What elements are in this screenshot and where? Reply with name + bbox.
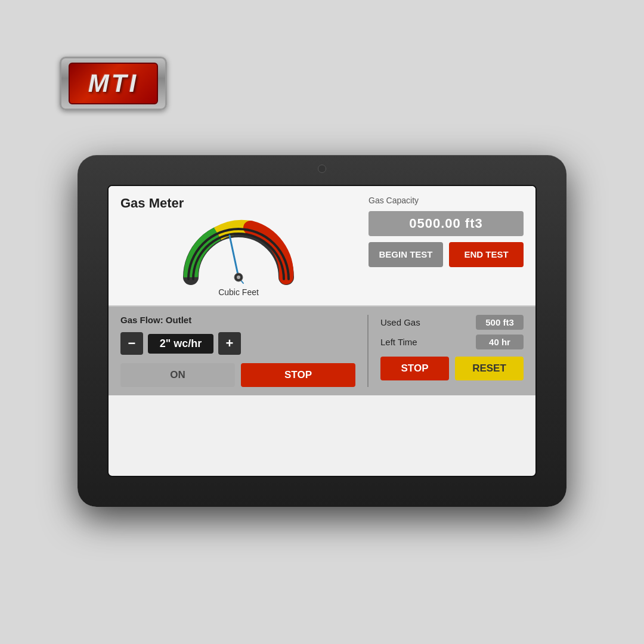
- flow-increase-button[interactable]: +: [218, 332, 241, 355]
- gauge-container: [179, 215, 298, 286]
- used-gas-row: Used Gas 500 ft3: [380, 315, 524, 330]
- svg-point-3: [237, 275, 240, 279]
- capacity-value: 0500.00 ft3: [369, 211, 524, 236]
- on-button[interactable]: ON: [120, 363, 235, 387]
- left-time-value: 40 hr: [476, 335, 524, 349]
- gauge-section: Gas Meter: [120, 196, 357, 297]
- used-gas-value: 500 ft3: [476, 315, 524, 330]
- bottom-panel: Gas Flow: Outlet − 2" wc/hr + ON STOP Us…: [109, 306, 535, 395]
- left-time-label: Left Time: [380, 337, 417, 347]
- gauge-label: Cubic Feet: [218, 287, 259, 297]
- capacity-label: Gas Capacity: [369, 196, 524, 205]
- end-test-button[interactable]: END TEST: [449, 242, 524, 267]
- flow-title: Gas Flow: Outlet: [120, 315, 355, 325]
- left-time-row: Left Time 40 hr: [380, 335, 524, 349]
- begin-test-button[interactable]: BEGIN TEST: [369, 242, 443, 267]
- flow-value: 2" wc/hr: [148, 334, 213, 354]
- flow-control: − 2" wc/hr +: [120, 332, 355, 355]
- screen: Gas Meter: [107, 185, 537, 477]
- svg-line-0: [230, 236, 239, 277]
- flow-decrease-button[interactable]: −: [120, 332, 143, 355]
- used-gas-label: Used Gas: [380, 317, 420, 327]
- power-button[interactable]: [318, 165, 326, 173]
- stop-left-button[interactable]: STOP: [241, 363, 355, 387]
- device-frame: Gas Meter: [78, 155, 566, 507]
- gauge-svg: [179, 215, 298, 286]
- mti-logo: MTI: [60, 57, 167, 110]
- gas-flow-section: Gas Flow: Outlet − 2" wc/hr + ON STOP: [120, 315, 369, 387]
- test-buttons: BEGIN TEST END TEST: [369, 242, 524, 267]
- reset-button[interactable]: RESET: [455, 357, 524, 380]
- stop-reset-buttons: STOP RESET: [380, 357, 524, 380]
- capacity-section: Gas Capacity 0500.00 ft3 BEGIN TEST END …: [369, 196, 524, 297]
- gauge-title: Gas Meter: [120, 196, 184, 211]
- on-stop-buttons: ON STOP: [120, 363, 355, 387]
- stats-section: Used Gas 500 ft3 Left Time 40 hr STOP RE…: [369, 315, 524, 387]
- top-panel: Gas Meter: [109, 186, 535, 306]
- stop-right-button[interactable]: STOP: [380, 357, 449, 380]
- logo-text: MTI: [88, 69, 138, 98]
